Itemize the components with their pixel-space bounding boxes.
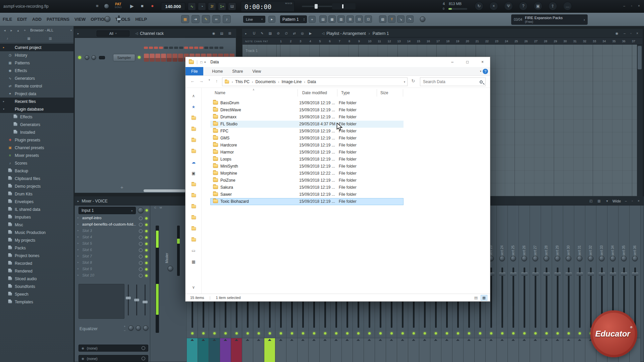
song-mode-label[interactable]: SONG [115, 6, 122, 8]
mixer-strip-30[interactable]: Insert 25 [508, 205, 519, 362]
strip-fader-handle[interactable] [510, 273, 517, 276]
mixer-slot-asmpf-benefits-of-custom-fold[interactable]: ▸asmpf-benefits-of-custom-fold... [75, 222, 150, 228]
menu-view[interactable]: VIEW [74, 17, 86, 22]
strip-led[interactable] [435, 332, 437, 335]
strip-fader-handle[interactable] [577, 273, 583, 276]
browser-item-clipboard-files[interactable]: Clipboard files [0, 175, 74, 182]
view-plugins-icon[interactable]: ⊡ [365, 15, 372, 23]
playlist-maximize-icon[interactable]: ▫ [629, 32, 633, 36]
step-cell-6[interactable] [172, 54, 177, 62]
playlist-collapse-icon[interactable]: ▸ [245, 32, 247, 35]
file-row-fl-studio[interactable]: FL Studio29/05/2018 4:37 PMFile folder [210, 121, 404, 128]
sync-icon[interactable]: ↻ [475, 2, 483, 10]
strip-led[interactable] [357, 332, 360, 335]
track-1-label[interactable]: Track 1 [246, 49, 258, 53]
slot-enable-led[interactable] [145, 224, 148, 226]
wait-icon[interactable]: ◔ [198, 2, 206, 10]
view-browser-icon[interactable]: ⊟ [356, 15, 363, 23]
master-knob[interactable] [168, 266, 173, 271]
slot-enable-led[interactable] [145, 236, 148, 239]
browser-item-effects[interactable]: Effects [0, 113, 74, 121]
expansion-next-icon[interactable]: › [584, 17, 585, 22]
mixer-slot-slot-8[interactable]: ▸Slot 8 [75, 260, 150, 266]
browser-item-recorded[interactable]: Recorded [0, 259, 74, 267]
strip-pan-knob[interactable] [621, 256, 627, 261]
delete-icon[interactable]: ⊘ [276, 31, 281, 36]
file-row-bassdrum[interactable]: BassDrum15/09/2018 12:19 ...File folder [210, 100, 404, 107]
file-row-fpc[interactable]: FPC15/09/2018 12:19 ...File folder [210, 128, 404, 135]
browser-item-patterns[interactable]: ▦Patterns [0, 59, 74, 67]
expansion-banner[interactable]: 03/04 FIRE Expansion Packs (Free) › [511, 14, 588, 25]
strip-pan-knob[interactable] [544, 256, 549, 261]
eq-knob-3[interactable] [143, 325, 148, 330]
file-row-harmor[interactable]: Harmor15/09/2018 12:19 ...File folder [210, 149, 404, 156]
file-row-directwave[interactable]: DirectWave15/09/2018 12:19 ...File folde… [210, 107, 404, 114]
strip-led[interactable] [224, 332, 227, 335]
mixer-collapse-icon[interactable]: ▸ [77, 199, 79, 203]
view-playlist-icon[interactable]: ▤ [319, 15, 327, 23]
strip-led[interactable] [346, 332, 348, 335]
browser-item-envelopes[interactable]: Envelopes [0, 198, 74, 205]
menu-edit[interactable]: EDIT [17, 17, 27, 22]
strip-led[interactable] [302, 332, 304, 335]
mixer-strip-35[interactable]: Insert 30 [563, 205, 574, 362]
playlist-close-icon[interactable]: × [635, 32, 640, 36]
slot-mix-knob[interactable] [139, 274, 143, 278]
strip-led[interactable] [324, 332, 326, 335]
strip-led[interactable] [523, 332, 526, 335]
view-channel-rack-icon[interactable]: ▥ [337, 15, 345, 23]
eq-minus-icon[interactable]: − [124, 329, 125, 332]
browser-item-generators[interactable]: ∿Generators [0, 74, 74, 82]
menu-file[interactable]: FILE [3, 17, 12, 22]
strip-led[interactable] [269, 332, 271, 335]
minimize-button[interactable]: – [622, 4, 627, 8]
link-icon[interactable]: ∞ [212, 15, 220, 23]
send-slot-1-knob[interactable] [142, 346, 145, 350]
step-record-icon[interactable]: Ш [228, 2, 236, 10]
snap-selector[interactable]: Line ▾ [243, 16, 265, 23]
browser-item-demo-projects[interactable]: Demo projects [0, 182, 74, 190]
browser-item-history[interactable]: ◷History [0, 51, 74, 59]
strip-led[interactable] [556, 332, 559, 335]
funnel-icon[interactable]: Y [388, 15, 395, 23]
countdown-icon[interactable]: 3! [208, 2, 216, 10]
strip-led[interactable] [235, 332, 238, 335]
mixer-strip-34[interactable]: Insert 29 [552, 205, 563, 362]
overdub-icon[interactable]: 1+ [218, 2, 226, 10]
strip-fader-handle[interactable] [621, 273, 627, 276]
strip-fader-handle[interactable] [499, 273, 505, 276]
typing-keyboard-icon[interactable]: ▦ [181, 15, 189, 23]
browser-menu-icon[interactable]: ▾ [70, 29, 72, 32]
main-menu-icon[interactable]: ≡ [96, 3, 99, 8]
strip-led[interactable] [247, 332, 249, 335]
browser-item-templates[interactable]: Templates [0, 298, 74, 306]
strip-fader-handle[interactable] [588, 273, 594, 276]
file-row-toxic-biohazard[interactable]: Toxic Biohazard15/09/2018 12:19 ...File … [210, 198, 404, 205]
next-icon[interactable]: ➔ [192, 15, 200, 23]
strip-pan-knob[interactable] [511, 256, 516, 261]
browser-up-icon[interactable]: ▴ [15, 27, 21, 33]
slot-mix-knob[interactable] [139, 217, 143, 220]
slot-mix-knob[interactable] [139, 223, 143, 227]
slot-mix-knob[interactable] [139, 242, 143, 246]
strip-fader-handle[interactable] [610, 273, 616, 276]
pat-song-switch[interactable]: PAT SONG [115, 2, 122, 8]
strip-led[interactable] [568, 332, 570, 335]
eq-knob-1[interactable] [128, 325, 133, 330]
browser-item-rendered[interactable]: Rendered [0, 267, 74, 275]
master-fader-handle[interactable] [177, 239, 180, 244]
song-position-thumb[interactable] [315, 4, 318, 9]
eq-fader-1[interactable] [128, 285, 129, 315]
strip-pan-knob[interactable] [555, 256, 560, 261]
plugin-display-area[interactable] [78, 284, 124, 319]
strip-pan-knob[interactable] [599, 256, 604, 261]
browser-add-icon[interactable]: + [22, 27, 28, 33]
browser-item-plugin-presets[interactable]: ✚Plugin presets [0, 136, 74, 144]
magnet-icon[interactable]: U [252, 31, 257, 36]
browser-tab-columns-icon[interactable]: ▥ [48, 36, 53, 41]
close-button[interactable]: × [637, 4, 641, 8]
rack-scrollbar[interactable] [144, 189, 185, 192]
browser-forward-icon[interactable]: ▸ [9, 27, 14, 33]
rack-graph-icon[interactable]: ▤ [219, 31, 224, 36]
strip-fader-handle[interactable] [521, 273, 528, 276]
